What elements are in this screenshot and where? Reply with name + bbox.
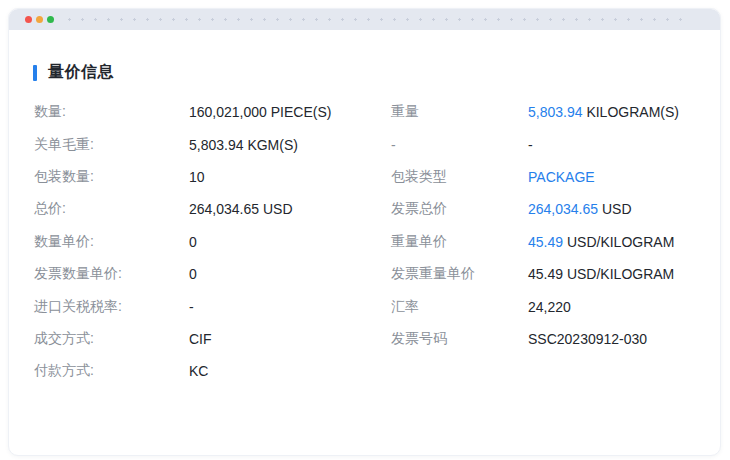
field-value: 24,220: [528, 299, 571, 315]
field-value-highlight: 45.49: [528, 234, 563, 250]
field-label: 发票号码: [391, 330, 528, 348]
field-value: 0: [189, 234, 197, 250]
fields-column-left: 数量:160,021,000 PIECE(S)关单毛重:5,803.94 KGM…: [34, 96, 391, 388]
field-value: 264,034.65 USD: [189, 201, 293, 217]
field-row-right: 重量5,803.94 KILOGRAM(S): [391, 96, 720, 128]
field-label: 包装类型: [391, 168, 528, 186]
field-value: CIF: [189, 331, 212, 347]
field-value-text: USD/KILOGRAM: [563, 234, 674, 250]
page-title: 量价信息: [48, 62, 114, 83]
field-value: 5,803.94 KGM(S): [189, 137, 298, 153]
field-value-text: 5,803.94 KGM(S): [189, 137, 298, 153]
field-label: 重量单价: [391, 233, 528, 251]
field-row-right: 包装类型PACKAGE: [391, 161, 720, 193]
field-row-left: 发票数量单价:0: [34, 258, 391, 290]
field-value-text: -: [189, 299, 194, 315]
field-label: 数量单价:: [34, 233, 189, 251]
window-titlebar: [9, 9, 720, 30]
field-value: SSC20230912-030: [528, 331, 647, 347]
minimize-button[interactable]: [36, 16, 43, 23]
field-value: -: [189, 299, 194, 315]
field-value: 45.49 USD/KILOGRAM: [528, 266, 674, 282]
field-label: 发票重量单价: [391, 265, 528, 283]
field-value: 45.49 USD/KILOGRAM: [528, 234, 674, 250]
field-value-highlight: 5,803.94: [528, 104, 583, 120]
field-value-text: KILOGRAM(S): [583, 104, 679, 120]
field-value: 5,803.94 KILOGRAM(S): [528, 104, 679, 120]
field-value-text: CIF: [189, 331, 212, 347]
field-label: 重量: [391, 103, 528, 121]
field-label: 发票数量单价:: [34, 265, 189, 283]
field-value-text: 45.49 USD/KILOGRAM: [528, 266, 674, 282]
field-row-right: 发票重量单价45.49 USD/KILOGRAM: [391, 258, 720, 290]
field-label: 汇率: [391, 298, 528, 316]
field-row-left: 数量单价:0: [34, 226, 391, 258]
field-value-text: 160,021,000 PIECE(S): [189, 104, 331, 120]
field-value: 160,021,000 PIECE(S): [189, 104, 331, 120]
titlebar-dots-decoration: [63, 16, 688, 23]
field-value: KC: [189, 363, 208, 379]
field-label: 成交方式:: [34, 330, 189, 348]
field-label: -: [391, 137, 528, 153]
field-value-highlight: 264,034.65: [528, 201, 598, 217]
field-row-right: 发票总价264,034.65 USD: [391, 193, 720, 225]
field-value-highlight: PACKAGE: [528, 169, 595, 185]
field-row-right: --: [391, 128, 720, 160]
field-value-text: KC: [189, 363, 208, 379]
section-header: 量价信息: [33, 62, 720, 83]
field-row-left: 数量:160,021,000 PIECE(S): [34, 96, 391, 128]
field-value: -: [528, 137, 533, 153]
field-row-right: 汇率24,220: [391, 290, 720, 322]
field-value-text: 0: [189, 266, 197, 282]
field-value: PACKAGE: [528, 169, 595, 185]
field-row-left: 成交方式:CIF: [34, 323, 391, 355]
info-grid: 数量:160,021,000 PIECE(S)关单毛重:5,803.94 KGM…: [34, 96, 720, 388]
field-row-left: 总价:264,034.65 USD: [34, 193, 391, 225]
field-value: 264,034.65 USD: [528, 201, 632, 217]
field-row-left: 进口关税税率:-: [34, 290, 391, 322]
field-value-text: 24,220: [528, 299, 571, 315]
field-label: 付款方式:: [34, 362, 189, 380]
field-value-text: 264,034.65 USD: [189, 201, 293, 217]
field-label: 发票总价: [391, 200, 528, 218]
field-label: 数量:: [34, 103, 189, 121]
field-value: 10: [189, 169, 205, 185]
field-value-text: SSC20230912-030: [528, 331, 647, 347]
field-row-left: 包装数量:10: [34, 161, 391, 193]
field-label: 关单毛重:: [34, 136, 189, 154]
field-row-left: 付款方式:KC: [34, 355, 391, 387]
maximize-button[interactable]: [47, 16, 54, 23]
window-controls: [25, 16, 54, 23]
field-label: 进口关税税率:: [34, 298, 189, 316]
window-card: 量价信息 数量:160,021,000 PIECE(S)关单毛重:5,803.9…: [8, 8, 721, 456]
field-label: 总价:: [34, 200, 189, 218]
field-value: 0: [189, 266, 197, 282]
section-accent-bar: [33, 65, 37, 81]
close-button[interactable]: [25, 16, 32, 23]
fields-column-right: 重量5,803.94 KILOGRAM(S)--包装类型PACKAGE发票总价2…: [391, 96, 720, 388]
field-row-right: 发票号码SSC20230912-030: [391, 323, 720, 355]
field-value-text: 10: [189, 169, 205, 185]
field-row-right: 重量单价45.49 USD/KILOGRAM: [391, 226, 720, 258]
field-value-text: -: [528, 137, 533, 153]
field-value-text: USD: [598, 201, 631, 217]
field-label: 包装数量:: [34, 168, 189, 186]
field-row-left: 关单毛重:5,803.94 KGM(S): [34, 128, 391, 160]
field-value-text: 0: [189, 234, 197, 250]
